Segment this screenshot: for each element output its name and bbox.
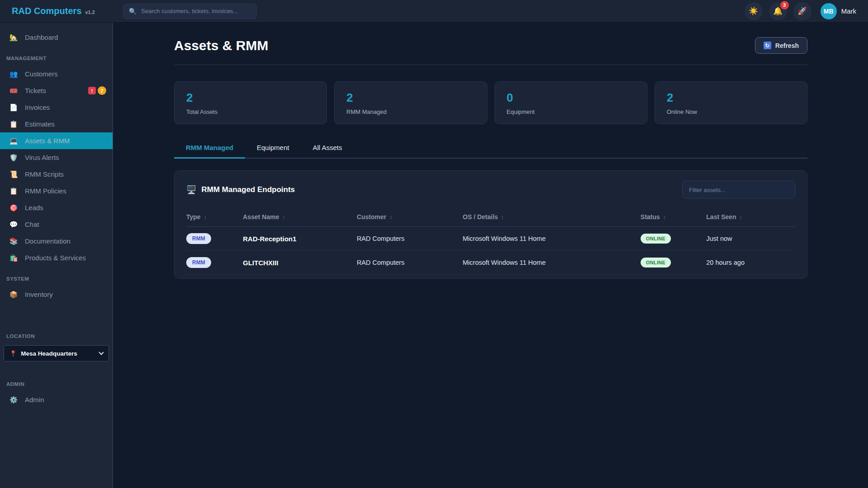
shield-icon: 🛡️: [9, 154, 18, 162]
filter-assets-input[interactable]: [682, 181, 795, 199]
column-header-last-seen[interactable]: Last Seen↕: [706, 208, 795, 227]
sort-icon: ↕: [739, 214, 742, 221]
sidebar-item-virus-alerts[interactable]: 🛡️ Virus Alerts: [0, 149, 113, 166]
search-icon: 🔍: [129, 8, 137, 15]
sidebar-item-label: Leads: [25, 204, 43, 211]
pin-icon: 📍: [9, 350, 17, 357]
scroll-icon: 📜: [9, 170, 18, 178]
tickets-badges: ! 7: [88, 86, 106, 95]
sidebar-item-products-services[interactable]: 🛍️ Products & Services: [0, 249, 113, 266]
tab-all-assets[interactable]: All Assets: [301, 138, 354, 159]
column-header-asset-name[interactable]: Asset Name↕: [243, 208, 357, 227]
last-seen: Just now: [706, 235, 732, 242]
asset-name: GLITCHXIII: [243, 259, 278, 267]
status-badge: ONLINE: [641, 258, 671, 267]
invoice-icon: 📄: [9, 103, 18, 112]
sidebar-item-rmm-policies[interactable]: 📋 RMM Policies: [0, 183, 113, 199]
last-seen: 20 hours ago: [706, 259, 745, 266]
ticket-icon: 🎟️: [9, 87, 18, 95]
stat-card-total-assets: 2 Total Assets: [174, 81, 327, 124]
type-badge: RMM: [186, 233, 211, 244]
sidebar-item-chat[interactable]: 💬 Chat: [0, 216, 113, 233]
sidebar-item-inventory[interactable]: 📦 Inventory: [0, 286, 113, 303]
notification-count-badge: 3: [780, 1, 789, 9]
refresh-label: Refresh: [775, 42, 799, 49]
sidebar-item-leads[interactable]: 🎯 Leads: [0, 199, 113, 216]
tickets-alert-badge: !: [88, 87, 96, 94]
sidebar-item-label: Documentation: [25, 237, 71, 245]
shopping-bags-icon: 🛍️: [9, 254, 18, 262]
sidebar-item-label: Virus Alerts: [25, 154, 59, 161]
brand: RAD Computers v1.2: [12, 6, 95, 16]
stat-value: 2: [667, 91, 795, 105]
sidebar-section-location: LOCATION: [0, 324, 113, 343]
sidebar-item-customers[interactable]: 👥 Customers: [0, 66, 113, 82]
sidebar-section-management: MANAGEMENT: [0, 46, 113, 66]
sidebar-item-label: Assets & RMM: [25, 137, 70, 145]
sidebar-item-label: Admin: [25, 396, 44, 404]
tickets-count-badge: 7: [98, 86, 106, 95]
stat-label: RMM Managed: [346, 108, 475, 115]
sidebar-item-admin[interactable]: ⚙️ Admin: [0, 391, 113, 408]
sidebar-item-label: Tickets: [25, 87, 46, 94]
main-content: Assets & RMM ↻ Refresh 2 Total Assets 2 …: [113, 23, 868, 488]
theme-toggle-button[interactable]: ☀️: [745, 2, 763, 20]
sun-icon: ☀️: [749, 6, 758, 16]
customers-icon: 👥: [9, 70, 18, 78]
sidebar-item-tickets[interactable]: 🎟️ Tickets ! 7: [0, 82, 113, 99]
column-header-os-details[interactable]: OS / Details↕: [463, 208, 641, 227]
sort-icon: ↕: [501, 214, 504, 221]
sidebar-item-rmm-scripts[interactable]: 📜 RMM Scripts: [0, 166, 113, 183]
sort-icon: ↕: [204, 214, 207, 221]
column-header-status[interactable]: Status↕: [641, 208, 706, 227]
sidebar-item-documentation[interactable]: 📚 Documentation: [0, 233, 113, 249]
sidebar-item-estimates[interactable]: 📋 Estimates: [0, 116, 113, 132]
sidebar: 🏡 Dashboard MANAGEMENT 👥 Customers 🎟️ Ti…: [0, 23, 113, 488]
tab-rmm-managed[interactable]: RMM Managed: [174, 138, 245, 159]
stat-card-online-now: 2 Online Now: [655, 81, 807, 124]
stat-value: 2: [346, 91, 475, 105]
sidebar-item-label: Inventory: [25, 291, 53, 298]
laptop-icon: 💻: [9, 137, 18, 145]
chevron-down-icon: [99, 350, 104, 355]
stat-label: Total Assets: [186, 108, 315, 115]
clipboard-icon: 📋: [9, 120, 18, 128]
brand-name: RAD Computers: [12, 6, 81, 16]
type-badge: RMM: [186, 257, 211, 268]
column-header-customer[interactable]: Customer↕: [357, 208, 462, 227]
asset-tabs: RMM Managed Equipment All Assets: [174, 138, 807, 159]
stat-cards: 2 Total Assets 2 RMM Managed 0 Equipment…: [174, 81, 807, 124]
sidebar-item-label: Products & Services: [25, 254, 86, 262]
sidebar-item-label: RMM Policies: [25, 187, 66, 195]
sidebar-item-label: Chat: [25, 221, 39, 228]
table-header-row: Type↕ Asset Name↕ Customer↕ OS / Details…: [186, 208, 795, 227]
sidebar-item-dashboard[interactable]: 🏡 Dashboard: [0, 29, 113, 46]
global-search[interactable]: 🔍: [123, 4, 257, 19]
stat-label: Online Now: [667, 108, 795, 115]
sort-icon: ↕: [390, 214, 392, 221]
stat-label: Equipment: [507, 108, 635, 115]
user-menu[interactable]: MB Mark: [821, 3, 856, 19]
rmm-endpoints-panel: 🖥️ RMM Managed Endpoints Type↕: [174, 170, 807, 279]
notifications-button[interactable]: 🔔 3: [769, 2, 787, 20]
table-row[interactable]: RMM GLITCHXIII RAD Computers Microsoft W…: [186, 251, 795, 275]
stat-card-equipment: 0 Equipment: [495, 81, 647, 124]
table-row[interactable]: RMM RAD-Reception1 RAD Computers Microso…: [186, 227, 795, 251]
sidebar-item-label: Estimates: [25, 120, 55, 128]
sidebar-item-invoices[interactable]: 📄 Invoices: [0, 99, 113, 116]
tab-equipment[interactable]: Equipment: [245, 138, 301, 159]
monitor-icon: 🖥️: [186, 185, 196, 195]
column-header-type[interactable]: Type↕: [186, 208, 243, 227]
sort-icon: ↕: [663, 214, 666, 221]
customer-name: RAD Computers: [357, 259, 405, 266]
location-select[interactable]: 📍 Mesa Headquarters: [4, 345, 109, 361]
refresh-button[interactable]: ↻ Refresh: [755, 37, 807, 54]
search-input[interactable]: [141, 8, 251, 14]
sidebar-item-assets-rmm[interactable]: 💻 Assets & RMM: [0, 132, 113, 149]
rocket-button[interactable]: 🚀: [793, 2, 811, 20]
refresh-icon: ↻: [764, 42, 771, 49]
panel-title: 🖥️ RMM Managed Endpoints: [186, 185, 295, 195]
sort-icon: ↕: [282, 214, 285, 221]
home-icon: 🏡: [9, 33, 18, 42]
status-badge: ONLINE: [641, 234, 671, 244]
